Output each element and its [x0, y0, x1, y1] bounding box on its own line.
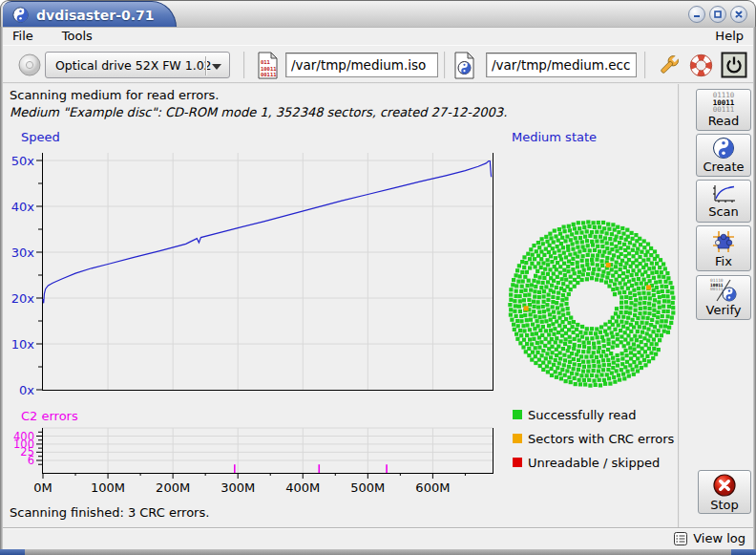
scan-button-label: Scan — [708, 204, 739, 219]
verify-icon: 01110 10011 00111 — [709, 278, 738, 303]
menubar: File Tools Help — [1, 27, 755, 46]
window-bottom-border — [0, 549, 756, 555]
app-yin-yang-icon — [12, 7, 29, 23]
maximize-button[interactable] — [709, 6, 726, 23]
svg-text:400: 400 — [13, 430, 34, 443]
svg-text:40x: 40x — [11, 200, 35, 214]
read-button-label: Read — [708, 114, 740, 128]
window-title: dvdisaster-0.71 — [36, 8, 155, 23]
ecc-path-input[interactable] — [486, 53, 637, 77]
verify-button[interactable]: 01110 10011 00111 Verify — [696, 275, 751, 320]
svg-text:20x: 20x — [11, 291, 35, 306]
chevron-down-icon — [212, 64, 221, 70]
main-content: Scanning medium for read errors. Medium … — [1, 84, 755, 527]
svg-text:300M: 300M — [220, 480, 255, 495]
svg-text:30x: 30x — [11, 245, 35, 260]
svg-text:10011: 10011 — [261, 65, 277, 71]
titlebar-tab: dvdisaster-0.71 — [3, 1, 177, 28]
iso-file-icon: 011 10011 00111 — [257, 46, 279, 84]
read-binary-icon: 01110 10011 00111 — [713, 92, 735, 114]
verify-button-label: Verify — [706, 303, 742, 317]
titlebar: dvdisaster-0.71 — [0, 0, 756, 27]
app-window: dvdisaster-0.71 File Tools Help — [0, 0, 756, 555]
svg-text:011: 011 — [261, 59, 271, 65]
svg-text:200M: 200M — [156, 480, 190, 495]
svg-text:0x: 0x — [19, 383, 34, 397]
create-button[interactable]: Create — [696, 134, 751, 177]
menu-file[interactable]: File — [10, 28, 35, 44]
red-square-icon — [513, 458, 522, 467]
green-square-icon — [513, 410, 522, 419]
preferences-wrench-button[interactable] — [656, 46, 682, 84]
drive-select-value: Optical drive 52X FW 1.02 — [55, 58, 212, 73]
svg-text:10x: 10x — [11, 337, 35, 352]
menu-tools[interactable]: Tools — [60, 28, 94, 44]
view-log-button[interactable]: View log — [693, 531, 746, 545]
scan-curve-icon — [711, 183, 736, 204]
svg-text:0M: 0M — [33, 480, 52, 495]
stop-button[interactable]: Stop — [698, 470, 751, 514]
iso-path-input[interactable] — [285, 53, 438, 77]
legend-item-unreadable: Unreadable / skipped — [513, 456, 660, 469]
fix-puzzle-icon — [711, 229, 736, 254]
finished-status: Scanning finished: 3 CRC errors. — [10, 505, 209, 520]
fix-button[interactable]: Fix — [696, 225, 751, 271]
menu-help[interactable]: Help — [713, 28, 746, 44]
fix-button-label: Fix — [715, 254, 732, 268]
view-log-icon — [673, 531, 688, 546]
medium-state-disc-map — [507, 219, 679, 391]
legend-item-crc: Sectors with CRC errors — [513, 432, 674, 445]
svg-text:50x: 50x — [11, 154, 35, 168]
create-yin-yang-icon — [712, 137, 735, 160]
orange-square-icon — [513, 434, 522, 443]
power-exit-button[interactable] — [721, 46, 747, 84]
stop-icon — [712, 473, 737, 498]
svg-text:600M: 600M — [415, 480, 450, 495]
legend-item-ok: Successfully read — [513, 408, 636, 421]
svg-text:100M: 100M — [91, 480, 125, 495]
stop-button-label: Stop — [710, 498, 739, 512]
help-lifebelt-button[interactable] — [688, 46, 714, 84]
toolbar: Optical drive 52X FW 1.02 011 10011 0011… — [1, 46, 755, 84]
create-button-label: Create — [703, 160, 744, 174]
scan-button[interactable]: Scan — [696, 180, 751, 223]
svg-text:400M: 400M — [285, 480, 320, 495]
close-button[interactable] — [730, 6, 747, 23]
optical-disc-icon — [16, 46, 43, 84]
svg-text:500M: 500M — [350, 480, 385, 495]
ecc-file-icon — [453, 46, 475, 84]
svg-text:00111: 00111 — [261, 72, 277, 77]
minimize-button[interactable] — [688, 6, 705, 23]
drive-select-dropdown[interactable]: Optical drive 52X FW 1.02 — [45, 52, 230, 78]
footer-bar: View log — [1, 527, 755, 549]
read-button[interactable]: 01110 10011 00111 Read — [696, 89, 751, 131]
